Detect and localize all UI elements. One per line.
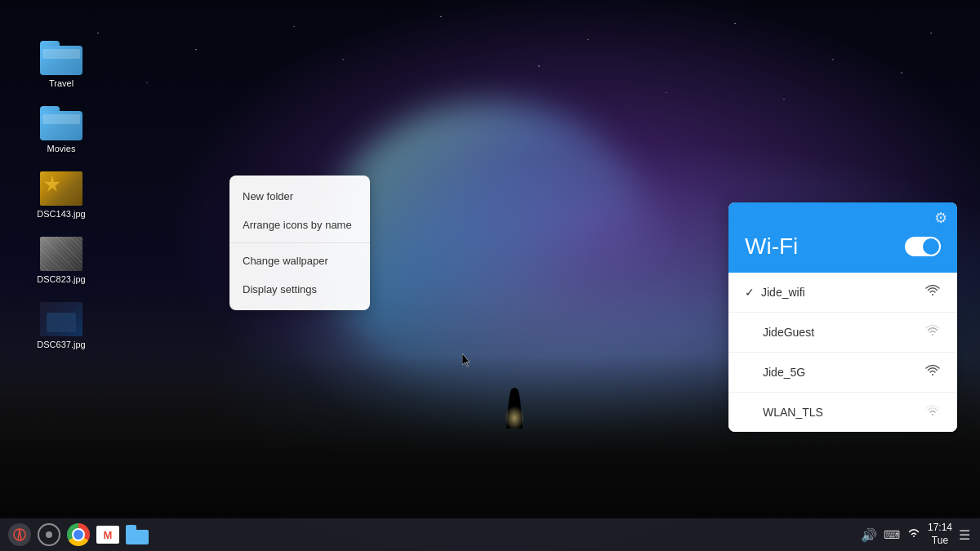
light-beam bbox=[505, 406, 524, 430]
taskbar-menu-icon[interactable]: ☰ bbox=[959, 527, 970, 543]
wifi-toggle[interactable] bbox=[905, 237, 941, 256]
wifi-header-top: ⚙ bbox=[728, 202, 957, 227]
taskbar-jide-button[interactable] bbox=[7, 522, 33, 548]
wifi-taskbar-icon[interactable] bbox=[906, 527, 921, 542]
wifi-signal-wlan bbox=[924, 404, 941, 420]
wifi-toggle-knob bbox=[923, 238, 939, 255]
icon-label-dsc143: DSC143.jpg bbox=[37, 209, 85, 219]
taskbar-gmail-button[interactable]: M bbox=[95, 522, 121, 548]
menu-separator-1 bbox=[229, 242, 370, 243]
wifi-network-name-guest: JideGuest bbox=[763, 326, 814, 339]
wifi-name-group-guest: JideGuest bbox=[745, 326, 814, 339]
wifi-network-item-jide-5g[interactable]: Jide_5G bbox=[728, 353, 957, 393]
taskbar-time: 17:14 Tue bbox=[928, 522, 952, 547]
wifi-signal-jide bbox=[924, 284, 941, 300]
desktop-icon-dsc143[interactable]: DSC143.jpg bbox=[29, 171, 94, 219]
wifi-signal-guest bbox=[924, 324, 941, 340]
wifi-signal-5g bbox=[924, 364, 941, 380]
folder-icon-travel bbox=[40, 41, 82, 75]
menu-item-change-wallpaper[interactable]: Change wallpaper bbox=[229, 247, 370, 275]
wifi-network-name-wlan: WLAN_TLS bbox=[763, 406, 823, 419]
wifi-title-row: Wi-Fi bbox=[728, 227, 957, 273]
wifi-network-name-jide: Jide_wifi bbox=[761, 286, 805, 299]
wifi-network-name-5g: Jide_5G bbox=[763, 366, 805, 379]
taskbar: M 🔊 ⌨ 17:14 Tue ☰ bbox=[0, 518, 980, 551]
keyboard-icon[interactable]: ⌨ bbox=[884, 528, 900, 541]
taskbar-home-button[interactable] bbox=[36, 522, 62, 548]
taskbar-chrome-button[interactable] bbox=[65, 522, 91, 548]
wifi-name-group: ✓ Jide_wifi bbox=[745, 286, 805, 299]
menu-item-new-folder[interactable]: New folder bbox=[229, 182, 370, 211]
menu-item-arrange-icons[interactable]: Arrange icons by name bbox=[229, 211, 370, 239]
wifi-name-group-5g: Jide_5G bbox=[745, 366, 805, 379]
wifi-network-item-jide-wifi[interactable]: ✓ Jide_wifi bbox=[728, 273, 957, 313]
taskbar-apps: M bbox=[0, 522, 157, 548]
taskbar-system: 🔊 ⌨ 17:14 Tue ☰ bbox=[851, 522, 980, 547]
desktop-icon-movies[interactable]: Movies bbox=[29, 106, 94, 153]
files-folder-icon bbox=[126, 525, 149, 544]
image-icon-dsc823 bbox=[40, 237, 82, 271]
wifi-panel: ⚙ Wi-Fi ✓ Jide_wifi JideGuest bbox=[728, 202, 957, 432]
jide-logo bbox=[8, 523, 31, 546]
desktop-icon-dsc823[interactable]: DSC823.jpg bbox=[29, 237, 94, 284]
volume-icon[interactable]: 🔊 bbox=[861, 527, 877, 543]
wifi-connected-check: ✓ bbox=[745, 286, 755, 299]
day-display: Tue bbox=[928, 535, 952, 548]
gmail-icon: M bbox=[96, 526, 119, 544]
wifi-name-group-wlan: WLAN_TLS bbox=[745, 406, 823, 419]
wifi-title: Wi-Fi bbox=[745, 233, 798, 260]
icon-label-dsc823: DSC823.jpg bbox=[37, 274, 85, 284]
icon-label-travel: Travel bbox=[49, 78, 74, 88]
wifi-network-item-jide-guest[interactable]: JideGuest bbox=[728, 313, 957, 353]
home-circle bbox=[38, 523, 60, 546]
wifi-settings-icon[interactable]: ⚙ bbox=[934, 209, 947, 227]
icon-label-dsc637: DSC637.jpg bbox=[37, 340, 85, 349]
context-menu: New folder Arrange icons by name Change … bbox=[229, 176, 370, 310]
image-icon-dsc637 bbox=[40, 302, 82, 336]
svg-line-2 bbox=[20, 530, 21, 540]
icon-label-movies: Movies bbox=[47, 144, 76, 153]
desktop-icon-dsc637[interactable]: DSC637.jpg bbox=[29, 302, 94, 349]
chrome-icon bbox=[67, 523, 90, 546]
taskbar-files-button[interactable] bbox=[124, 522, 150, 548]
menu-item-display-settings[interactable]: Display settings bbox=[229, 275, 370, 304]
wifi-network-list: ✓ Jide_wifi JideGuest bbox=[728, 273, 957, 432]
desktop-icon-travel[interactable]: Travel bbox=[29, 41, 94, 88]
image-icon-dsc143 bbox=[40, 171, 82, 206]
folder-icon-movies bbox=[40, 106, 82, 140]
time-display: 17:14 bbox=[928, 522, 952, 535]
wifi-network-item-wlan-tls[interactable]: WLAN_TLS bbox=[728, 393, 957, 432]
